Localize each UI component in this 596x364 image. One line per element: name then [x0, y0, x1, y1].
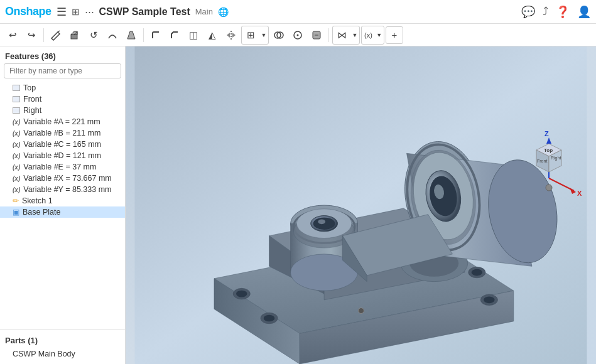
variables-button[interactable]: (x)	[362, 26, 375, 44]
svg-point-31	[318, 219, 325, 224]
baseplate-item[interactable]: ▣ Base Plate	[0, 206, 125, 218]
workflow-icon[interactable]: ⊞	[72, 6, 80, 18]
fillet-button[interactable]	[147, 26, 165, 44]
variable-a[interactable]: (x) Variable #A = 221 mm	[0, 116, 125, 127]
top-bar: Onshape ☰ ⊞ ⋯ CSWP Sample Test Main 🌐 💬 …	[0, 0, 596, 24]
shell-button[interactable]: ◫	[185, 26, 202, 44]
toolbar-separator-3	[328, 28, 329, 42]
variables-dropdown[interactable]: ▼	[375, 26, 384, 44]
variable-icon: (x)	[13, 153, 20, 159]
svg-point-46	[472, 269, 483, 276]
svg-text:Front: Front	[537, 159, 547, 163]
feature-list: Top Front Right (x) Variable #A = 221 mm…	[0, 82, 125, 329]
plane-icon	[13, 107, 20, 114]
parts-section: Parts (1) CSWP Main Body	[0, 329, 125, 364]
variable-icon: (x)	[13, 141, 20, 148]
svg-text:X: X	[577, 190, 582, 197]
svg-point-50	[484, 296, 495, 303]
variables-group: (x) ▼	[361, 26, 384, 45]
orientation-cube[interactable]: Z X Top Front Right	[514, 103, 583, 197]
feature-sidebar: Features (36) Top Front Right (x) Variab…	[0, 46, 126, 364]
sketch-icon: ✏	[13, 196, 19, 205]
mirror-button[interactable]	[222, 26, 240, 44]
svg-point-44	[236, 291, 247, 297]
plane-icon	[13, 85, 20, 91]
sweep-button[interactable]	[104, 26, 121, 44]
toolbar-separator-2	[143, 28, 144, 42]
surface-button[interactable]: ⋈	[333, 26, 350, 44]
extrude-button[interactable]	[66, 26, 84, 44]
toolbar-separator-1	[43, 28, 44, 42]
settings-icon[interactable]: ⋯	[85, 6, 94, 18]
svg-marker-6	[227, 33, 230, 38]
add-feature-button[interactable]: +	[386, 26, 403, 44]
logo[interactable]: Onshape	[5, 5, 51, 18]
fill-surface-button[interactable]	[308, 26, 325, 44]
sketch-item[interactable]: ✏ Sketch 1	[0, 195, 125, 206]
svg-text:Z: Z	[545, 130, 549, 137]
center-indicator	[358, 308, 364, 314]
plane-front[interactable]: Front	[0, 94, 125, 105]
svg-point-63	[546, 185, 552, 191]
svg-marker-7	[232, 33, 236, 38]
svg-point-48	[264, 315, 275, 322]
measure-button[interactable]	[289, 26, 306, 44]
svg-line-0	[58, 31, 60, 32]
globe-icon[interactable]: 🌐	[218, 7, 229, 17]
redo-button[interactable]: ↪	[23, 26, 40, 44]
part-item[interactable]: CSWP Main Body	[0, 348, 125, 360]
baseplate-icon: ▣	[13, 208, 19, 217]
chamfer-button[interactable]	[166, 26, 183, 44]
main-area: Features (36) Top Front Right (x) Variab…	[0, 46, 596, 364]
svg-point-30	[313, 217, 335, 229]
pattern-button[interactable]: ⊞	[242, 26, 259, 44]
variable-icon: (x)	[13, 119, 20, 126]
3d-viewport[interactable]: Z X Top Front Right	[126, 46, 596, 364]
variable-e[interactable]: (x) Variable #E = 37 mm	[0, 161, 125, 173]
3d-model	[126, 46, 596, 364]
chat-icon[interactable]: 💬	[521, 5, 535, 19]
plane-icon	[13, 96, 20, 102]
svg-text:Top: Top	[544, 147, 553, 153]
svg-marker-52	[546, 137, 551, 144]
filter-input[interactable]	[4, 63, 121, 78]
variable-b[interactable]: (x) Variable #B = 211 mm	[0, 127, 125, 139]
pattern-group: ⊞ ▼	[241, 26, 269, 45]
variable-d[interactable]: (x) Variable #D = 121 mm	[0, 150, 125, 161]
help-icon[interactable]: ❓	[556, 5, 570, 19]
page-title: CSWP Sample Test	[99, 6, 190, 18]
plane-right[interactable]: Right	[0, 105, 125, 116]
variable-y[interactable]: (x) Variable #Y = 85.333 mm	[0, 184, 125, 195]
variable-c[interactable]: (x) Variable #C = 165 mm	[0, 139, 125, 150]
undo-button[interactable]: ↩	[4, 26, 21, 44]
variable-icon: (x)	[13, 186, 20, 193]
draft-button[interactable]: ◭	[203, 26, 221, 44]
branch-label[interactable]: Main	[195, 7, 213, 16]
boolean-button[interactable]	[270, 26, 288, 44]
hamburger-icon[interactable]: ☰	[57, 5, 67, 19]
svg-rect-1	[71, 35, 77, 39]
revolve-button[interactable]: ↺	[85, 26, 102, 44]
svg-point-11	[297, 34, 299, 36]
variable-icon: (x)	[13, 130, 20, 137]
surface-dropdown[interactable]: ▼	[350, 26, 359, 44]
svg-text:Right: Right	[551, 156, 561, 161]
main-toolbar: ↩ ↪ ↺ ◫ ◭ ⊞ ▼ ⋈ ▼ (x) ▼ +	[0, 24, 596, 46]
pattern-dropdown[interactable]: ▼	[259, 26, 268, 44]
features-header: Features (36)	[0, 46, 125, 63]
surface-group: ⋈ ▼	[332, 26, 360, 45]
variable-x[interactable]: (x) Variable #X = 73.667 mm	[0, 173, 125, 184]
loft-button[interactable]	[122, 26, 140, 44]
sketch-button[interactable]	[47, 26, 65, 44]
svg-marker-55	[570, 188, 576, 194]
variable-icon: (x)	[13, 164, 20, 171]
variable-icon: (x)	[13, 175, 20, 182]
svg-marker-4	[127, 31, 135, 39]
user-icon[interactable]: 👤	[577, 5, 591, 19]
share-icon[interactable]: ⤴	[543, 5, 548, 18]
plane-top[interactable]: Top	[0, 82, 125, 94]
parts-header: Parts (1)	[0, 333, 125, 348]
